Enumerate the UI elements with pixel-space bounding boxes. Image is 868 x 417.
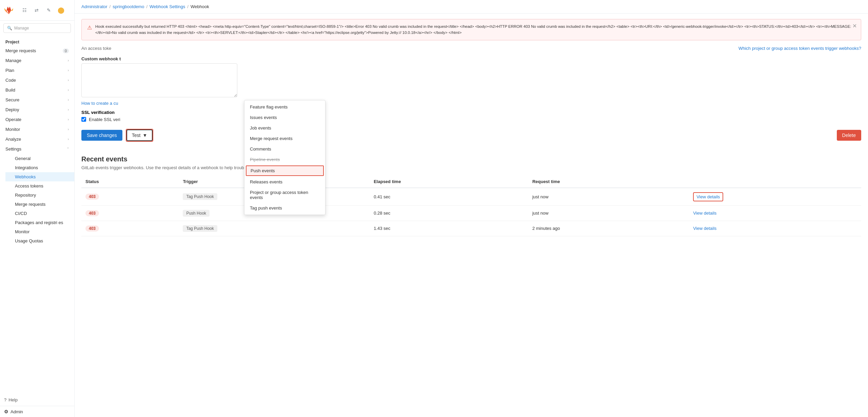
admin-row[interactable]: ⚙ Admin <box>0 406 74 417</box>
dropdown-item-tag-push[interactable]: Tag push events <box>244 203 325 213</box>
settings-sub-packages[interactable]: Packages and registri es <box>5 218 74 227</box>
row1-action: View details <box>689 188 861 206</box>
delete-button[interactable]: Delete <box>837 130 861 141</box>
how-to-create-link[interactable]: How to create a cu <box>81 101 118 106</box>
access-token-desc: An access toke <box>81 46 111 51</box>
sidebar-item-build[interactable]: Build › <box>0 85 74 95</box>
search-icon: 🔍 <box>7 26 12 31</box>
sidebar-item-operate[interactable]: Operate › <box>0 115 74 124</box>
recent-events-desc: GitLab events trigger webhooks. Use the … <box>81 165 861 170</box>
breadcrumb-project[interactable]: springbootdemo <box>113 4 144 9</box>
settings-sub-webhooks[interactable]: Webhooks <box>5 172 74 181</box>
breadcrumb-admin[interactable]: Administrator <box>81 4 107 9</box>
custom-webhook-section: Custom webhook t How to create a cu <box>81 56 861 106</box>
view-details-link-1[interactable]: View details <box>696 194 720 199</box>
row2-elapsed: 0.28 sec <box>370 205 528 221</box>
alert-icon: ⚠ <box>87 24 92 32</box>
table-body: 403 Tag Push Hook 0.41 sec just now View… <box>81 188 861 236</box>
which-token-link[interactable]: Which project or group access token even… <box>738 46 861 51</box>
dropdown-item-feature-flag[interactable]: Feature flag events <box>244 102 325 112</box>
settings-sub-cicd[interactable]: CI/CD <box>5 209 74 218</box>
alert-close-button[interactable]: ✕ <box>852 23 857 29</box>
access-token-section: An access toke <box>81 46 111 52</box>
project-section-title: Project <box>0 36 74 46</box>
row3-elapsed: 1.43 sec <box>370 221 528 236</box>
row1-elapsed: 0.41 sec <box>370 188 528 206</box>
help-row[interactable]: ? Help <box>0 394 74 406</box>
settings-sub-monitor[interactable]: Monitor <box>5 227 74 236</box>
sidebar-item-manage[interactable]: Manage › <box>0 56 74 65</box>
status-badge-2: 403 <box>85 210 99 216</box>
top-row: An access toke Which project or group ac… <box>81 46 861 52</box>
manage-label: Manage <box>5 58 21 63</box>
row3-request-time: 2 minutes ago <box>528 221 689 236</box>
table-row: 403 Tag Push Hook 1.43 sec 2 minutes ago… <box>81 221 861 236</box>
breadcrumb-webhook-settings[interactable]: Webhook Settings <box>150 4 185 9</box>
dropdown-item-merge-request[interactable]: Merge request events <box>244 133 325 144</box>
test-button[interactable]: Test ▼ <box>126 130 153 141</box>
deploy-label: Deploy <box>5 107 19 112</box>
breadcrumb-sep-2: / <box>146 4 147 9</box>
admin-label: Admin <box>11 409 23 414</box>
dropdown-item-project-token[interactable]: Project or group access token events <box>244 187 325 203</box>
col-actions <box>689 176 861 188</box>
ssl-checkbox[interactable] <box>81 117 86 122</box>
table-header: Status Trigger Elapsed time Request time <box>81 176 861 188</box>
dropdown-menu: Feature flag events Issues events Job ev… <box>244 100 326 215</box>
merge-requests-label: Merge requests <box>5 48 36 53</box>
sidebar-item-analyze[interactable]: Analyze › <box>0 134 74 144</box>
recent-events-title: Recent events <box>81 155 861 163</box>
main-content: Administrator / springbootdemo / Webhook… <box>75 0 868 417</box>
analyze-chevron: › <box>68 137 69 141</box>
dropdown-item-pipeline[interactable]: Pipeline events <box>244 154 325 165</box>
sidebar-item-merge-requests[interactable]: Merge requests 0 <box>0 46 74 56</box>
error-alert: ⚠ Hook executed successfully but returne… <box>81 19 861 40</box>
sidebar-new-icon[interactable]: ⬤ <box>56 5 66 16</box>
view-details-link-3[interactable]: View details <box>693 226 716 231</box>
code-label: Code <box>5 78 16 83</box>
content-area: ⚠ Hook executed successfully but returne… <box>75 14 868 417</box>
col-status: Status <box>81 176 179 188</box>
row1-request-time: just now <box>528 188 689 206</box>
secure-label: Secure <box>5 97 19 102</box>
row2-status: 403 <box>81 205 179 221</box>
custom-webhook-textarea[interactable] <box>81 63 237 97</box>
sidebar-item-code[interactable]: Code › <box>0 75 74 85</box>
settings-sub-repository[interactable]: Repository <box>5 191 74 200</box>
settings-sub-merge-requests[interactable]: Merge requests <box>5 200 74 209</box>
sidebar-icon-1[interactable]: ☷ <box>19 5 30 16</box>
save-changes-button[interactable]: Save changes <box>81 130 122 141</box>
custom-webhook-label: Custom webhook t <box>81 56 861 61</box>
settings-sub-integrations[interactable]: Integrations <box>5 163 74 172</box>
sidebar-search[interactable]: 🔍 Manage <box>3 23 71 33</box>
dropdown-item-job[interactable]: Job events <box>244 123 325 133</box>
sidebar-item-monitor[interactable]: Monitor › <box>0 124 74 134</box>
sidebar-item-deploy[interactable]: Deploy › <box>0 105 74 115</box>
settings-sub-general[interactable]: General <box>5 154 74 163</box>
ssl-checkbox-row: Enable SSL veri <box>81 117 861 122</box>
admin-icon: ⚙ <box>4 409 8 414</box>
sidebar-icon-3[interactable]: ✎ <box>43 5 54 16</box>
sidebar-icon-2[interactable]: ⇄ <box>31 5 42 16</box>
view-details-highlight-1: View details <box>693 192 723 201</box>
settings-sub-usage[interactable]: Usage Quotas <box>5 236 74 245</box>
merge-requests-badge: 0 <box>63 48 69 53</box>
secure-chevron: › <box>68 98 69 102</box>
monitor-chevron: › <box>68 127 69 131</box>
status-badge-3: 403 <box>85 225 99 232</box>
sidebar-item-settings[interactable]: Settings ˅ <box>0 144 74 154</box>
settings-chevron: ˅ <box>67 147 69 151</box>
dropdown-item-push[interactable]: Push events <box>246 165 324 176</box>
sidebar-item-plan[interactable]: Plan › <box>0 65 74 75</box>
form-area: An access toke Which project or group ac… <box>75 46 868 148</box>
breadcrumb-sep-3: / <box>187 4 189 9</box>
ssl-verification-section: SSL verification Enable SSL veri <box>81 110 861 122</box>
sidebar-item-secure[interactable]: Secure › <box>0 95 74 105</box>
row2-request-time: just now <box>528 205 689 221</box>
dropdown-item-releases[interactable]: Releases events <box>244 177 325 187</box>
table-row: 403 Tag Push Hook 0.41 sec just now View… <box>81 188 861 206</box>
view-details-link-2[interactable]: View details <box>693 211 716 216</box>
dropdown-item-issues[interactable]: Issues events <box>244 112 325 123</box>
settings-sub-access-tokens[interactable]: Access tokens <box>5 181 74 191</box>
dropdown-item-comments[interactable]: Comments <box>244 144 325 154</box>
